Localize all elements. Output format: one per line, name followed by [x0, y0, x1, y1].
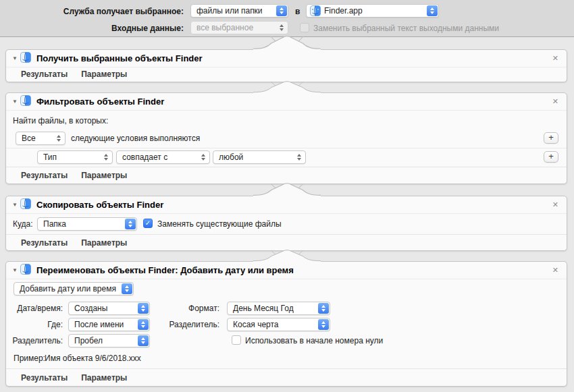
close-icon[interactable]: ✕: [550, 265, 560, 275]
datetime-value: Созданы: [74, 304, 107, 313]
separator1-value: Пробел: [74, 336, 103, 345]
format-label: Формат:: [161, 304, 219, 313]
format-value: День Месяц Год: [233, 304, 294, 313]
action-footer: Результаты Параметры: [6, 66, 567, 82]
rule-operator-popup[interactable]: совпадает с: [116, 150, 210, 164]
rule-operator-value: совпадает с: [122, 152, 167, 162]
application-popup[interactable]: Finder.app: [306, 4, 439, 18]
add-rule-button[interactable]: +: [544, 132, 558, 144]
rule-value-popup[interactable]: любой: [213, 150, 306, 164]
action-title: Переименовать объекты Finder: Добавить д…: [36, 265, 294, 275]
in-label: в: [295, 7, 300, 16]
stepper-icon: [138, 303, 149, 314]
action-title: Скопировать объекты Finder: [36, 200, 163, 210]
action-copy-finder-items: ▼ Скопировать объекты Finder ✕ Куда: Пап…: [5, 196, 567, 251]
example-label: Пример:: [14, 354, 45, 363]
rule-attribute-popup[interactable]: Тип: [37, 150, 113, 164]
connector-notch: [253, 36, 321, 51]
close-icon[interactable]: ✕: [550, 53, 560, 63]
stepper-icon: [122, 283, 132, 294]
finder-icon: [20, 264, 31, 277]
results-button[interactable]: Результаты: [21, 69, 68, 79]
stepper-icon: [198, 152, 209, 163]
disclosure-triangle-icon[interactable]: ▼: [12, 55, 20, 61]
example-value: Имя объекта 9/6/2018.xxx: [45, 354, 141, 363]
input-data-popup: все выбранное: [190, 21, 288, 34]
disclosure-triangle-icon[interactable]: ▼: [12, 202, 20, 208]
rule-attribute-value: Тип: [43, 152, 57, 162]
options-button[interactable]: Параметры: [81, 373, 127, 383]
action-title-bar: ▼ Переименовать объекты Finder: Добавить…: [6, 262, 567, 279]
stepper-icon: [53, 133, 64, 144]
add-rule-button[interactable]: +: [544, 151, 558, 163]
close-icon[interactable]: ✕: [550, 96, 560, 107]
position-value: После имени: [74, 320, 124, 329]
finder-icon: [20, 95, 31, 108]
datetime-popup[interactable]: Созданы: [68, 302, 150, 315]
stepper-icon: [318, 303, 329, 314]
rename-mode-popup[interactable]: Добавить дату или время: [14, 282, 134, 296]
position-label: Где:: [6, 320, 63, 329]
copy-to-label: Куда:: [13, 219, 33, 229]
action-get-selected-finder-items: ▼ Получить выбранные объекты Finder ✕ Ре…: [5, 49, 567, 82]
action-title-bar: ▼ Скопировать объекты Finder ✕: [6, 196, 567, 214]
connector-notch: [253, 183, 321, 197]
match-mode-popup[interactable]: Все: [16, 132, 66, 145]
action-footer: Результаты Параметры: [6, 167, 567, 184]
position-popup[interactable]: После имени: [68, 318, 150, 331]
leading-zeros-label: Использовать в начале номера нули: [245, 336, 383, 345]
action-footer: Результаты Параметры: [6, 368, 567, 386]
replace-text-checkbox: [300, 23, 309, 32]
results-button[interactable]: Результаты: [21, 373, 68, 383]
service-input-header: Служба получает выбранное: файлы или пап…: [0, 0, 574, 37]
match-mode-value: Все: [22, 134, 36, 143]
service-receives-label: Служба получает выбранное:: [0, 7, 184, 16]
disclosure-triangle-icon[interactable]: ▼: [12, 267, 20, 273]
replace-existing-label: Заменять существующие файлы: [157, 219, 282, 229]
action-title: Фильтровать объекты Finder: [36, 96, 164, 107]
stepper-icon: [294, 152, 305, 163]
stepper-icon: [427, 5, 438, 16]
action-filter-finder-items: ▼ Фильтровать объекты Finder ✕ Найти фай…: [5, 92, 567, 184]
options-button[interactable]: Параметры: [81, 238, 127, 248]
separator2-label: Разделитель:: [161, 320, 219, 329]
replace-existing-checkbox[interactable]: ✓: [143, 219, 153, 228]
action-title: Получить выбранные объекты Finder: [36, 53, 203, 63]
application-value: Finder.app: [324, 6, 363, 16]
copy-destination-popup[interactable]: Папка: [37, 217, 137, 231]
stepper-icon: [276, 5, 287, 16]
format-popup[interactable]: День Месяц Год: [227, 302, 330, 315]
service-input-type-value: файлы или папки: [197, 6, 263, 16]
results-button[interactable]: Результаты: [21, 171, 68, 180]
service-input-type-popup[interactable]: файлы или папки: [190, 4, 288, 18]
stepper-icon: [125, 219, 136, 229]
action-footer: Результаты Параметры: [6, 234, 567, 250]
rule-value: любой: [219, 152, 243, 162]
rename-mode-value: Добавить дату или время: [20, 284, 116, 293]
copy-destination-value: Папка: [43, 219, 66, 229]
finder-icon: [310, 5, 321, 16]
action-rename-finder-items: ▼ Переименовать объекты Finder: Добавить…: [5, 261, 567, 387]
close-icon[interactable]: ✕: [550, 200, 560, 210]
find-files-label: Найти файлы, в которых:: [13, 116, 108, 125]
stepper-icon: [276, 22, 287, 33]
finder-icon: [20, 52, 31, 65]
replace-text-label: Заменить выбранный текст выходными данны…: [313, 24, 499, 33]
results-button[interactable]: Результаты: [21, 238, 68, 248]
separator2-value: Косая черта: [233, 320, 279, 329]
options-button[interactable]: Параметры: [81, 171, 127, 180]
action-title-bar: ▼ Фильтровать объекты Finder ✕: [6, 93, 567, 111]
stepper-icon: [101, 152, 111, 163]
separator2-popup[interactable]: Косая черта: [227, 318, 330, 331]
datetime-label: Дата/время:: [6, 304, 63, 313]
options-button[interactable]: Параметры: [81, 69, 127, 79]
input-data-value: все выбранное: [197, 23, 253, 32]
check-icon: ✓: [145, 220, 151, 227]
separator1-label: Разделитель:: [6, 336, 63, 345]
conditions-label: следующие условия выполняются: [71, 134, 200, 143]
disclosure-triangle-icon[interactable]: ▼: [12, 99, 20, 105]
stepper-icon: [138, 319, 149, 330]
input-data-label: Входные данные:: [0, 24, 184, 33]
separator1-popup[interactable]: Пробел: [68, 334, 150, 347]
leading-zeros-checkbox[interactable]: [232, 335, 241, 345]
